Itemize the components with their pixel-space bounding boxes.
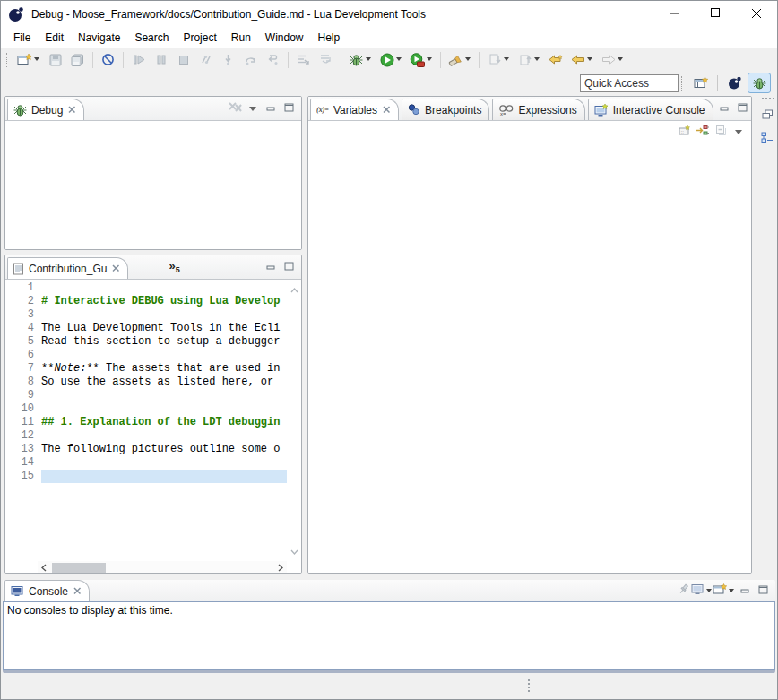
code-line: [41, 429, 287, 443]
code-line: The Lua Development Tools in the Ecli: [41, 322, 287, 335]
toolbar-separator: [440, 52, 441, 68]
menu-project[interactable]: Project: [176, 30, 223, 46]
dropdown-caret-icon[interactable]: [618, 57, 624, 62]
dropdown-caret-icon[interactable]: [534, 57, 540, 62]
last-edit-location-button[interactable]: [545, 49, 566, 71]
tab-breakpoints[interactable]: Breakpoints: [402, 99, 489, 120]
minimized-views-strip: [758, 94, 776, 573]
run-button[interactable]: [376, 49, 405, 71]
editor-minimize-button[interactable]: [262, 259, 280, 275]
line-number: 15: [5, 470, 34, 483]
editor-content[interactable]: 123456789101112131415 # Interactive DEBU…: [5, 280, 301, 574]
close-tab-icon[interactable]: [383, 106, 391, 114]
code-text-area[interactable]: # Interactive DEBUG using Lua DevelopThe…: [41, 281, 287, 560]
tab-debug[interactable]: Debug: [7, 99, 84, 120]
save-all-icon: [70, 52, 85, 67]
console-minimize-button[interactable]: [736, 583, 754, 599]
editor-buttons: [262, 259, 301, 275]
line-number: 6: [5, 349, 34, 362]
line-number: 7: [5, 362, 34, 376]
show-logical-structures-icon: [696, 125, 710, 139]
window-maximize-button[interactable]: [695, 1, 736, 28]
external-tools-button[interactable]: [407, 49, 436, 71]
suspend-button: [151, 49, 171, 71]
console-maximize-button[interactable]: [754, 583, 772, 599]
maximize-icon: [711, 8, 721, 21]
debug-perspective-button[interactable]: [748, 73, 771, 93]
tab-interactive-console[interactable]: Interactive Console: [588, 99, 713, 120]
dropdown-caret-icon[interactable]: [587, 57, 593, 62]
code-line: [41, 281, 287, 295]
search-button[interactable]: [445, 49, 474, 71]
dropdown-caret-icon[interactable]: [465, 57, 471, 62]
application-window: Debug - Moose_Framework/docs/Contributio…: [0, 0, 778, 700]
scroll-right-icon[interactable]: [278, 564, 283, 572]
menu-edit[interactable]: Edit: [38, 30, 71, 46]
scroll-up-icon[interactable]: [290, 283, 298, 296]
scrollbar-thumb[interactable]: [52, 563, 106, 573]
back-button[interactable]: [567, 49, 596, 71]
outline-view-button[interactable]: [759, 130, 775, 148]
hidden-editors-button[interactable]: »5: [169, 260, 179, 274]
variables-maximize-button[interactable]: [734, 100, 752, 117]
bug-icon: [753, 77, 766, 90]
new-wizard-button[interactable]: [14, 49, 43, 71]
scroll-down-icon[interactable]: [290, 545, 298, 557]
skip-all-breakpoints-button[interactable]: [98, 49, 118, 71]
line-number-ruler: 123456789101112131415: [5, 281, 34, 560]
save-button: [45, 49, 65, 71]
menu-navigate[interactable]: Navigate: [71, 30, 127, 46]
step-return-icon: [265, 52, 281, 67]
close-tab-icon[interactable]: [112, 264, 120, 272]
editor-maximize-button[interactable]: [280, 259, 298, 275]
open-perspective-button[interactable]: [689, 73, 713, 93]
tab-console[interactable]: Console: [4, 580, 90, 601]
line-number: 4: [5, 322, 34, 335]
tab-expressions[interactable]: x=Expressions: [492, 99, 584, 120]
close-tab-icon[interactable]: [73, 587, 82, 595]
dropdown-caret-icon[interactable]: [34, 57, 40, 62]
menu-help[interactable]: Help: [311, 30, 348, 46]
menu-run[interactable]: Run: [224, 30, 258, 46]
menu-window[interactable]: Window: [258, 30, 311, 46]
menu-search[interactable]: Search: [127, 30, 176, 46]
editor-horizontal-scrollbar[interactable]: [38, 561, 287, 574]
editor-vertical-scrollbar[interactable]: [289, 281, 300, 560]
statusbar-drag-handle[interactable]: [528, 679, 530, 681]
dropdown-caret-icon[interactable]: [366, 57, 372, 62]
variables-view-menu-button[interactable]: [730, 124, 748, 140]
line-number: 13: [5, 443, 34, 456]
display-selected-console-button[interactable]: [693, 583, 711, 599]
restore-view-button[interactable]: [759, 107, 775, 125]
debug-view-menu-button[interactable]: [244, 100, 262, 117]
dropdown-caret-icon[interactable]: [396, 57, 402, 62]
window-minimize-button[interactable]: [653, 1, 695, 28]
code-line: # Interactive DEBUG using Lua Develop: [41, 295, 287, 308]
window-close-button[interactable]: [736, 1, 777, 28]
bug-icon: [13, 104, 27, 117]
tab-variables[interactable]: (x)=Variables: [310, 99, 399, 120]
quick-access-input[interactable]: [580, 74, 679, 92]
tab-contribution-guide[interactable]: Contribution_Gu: [7, 257, 128, 279]
strip-drag-handle[interactable]: [762, 98, 764, 99]
debug-button[interactable]: [346, 49, 375, 71]
minimize-icon: [720, 102, 730, 115]
dropdown-caret-icon[interactable]: [504, 57, 510, 62]
console-bottom-sash[interactable]: [3, 670, 775, 673]
show-logical-structures-button[interactable]: [694, 124, 712, 140]
window-controls: [653, 1, 777, 28]
menu-file[interactable]: File: [6, 30, 38, 46]
debug-minimize-button[interactable]: [262, 100, 280, 117]
dropdown-caret-icon[interactable]: [427, 57, 433, 62]
terminate-icon: [176, 52, 191, 67]
scroll-left-icon[interactable]: [41, 564, 47, 572]
variables-view-buttons: [716, 100, 752, 117]
close-tab-icon[interactable]: [68, 106, 76, 114]
lua-perspective-button[interactable]: [722, 73, 746, 93]
open-console-button[interactable]: [711, 583, 736, 599]
file-icon: [13, 263, 24, 275]
debug-maximize-button[interactable]: [280, 100, 298, 117]
collapse-all-icon: [715, 125, 727, 139]
step-return-button: [263, 49, 283, 71]
variables-minimize-button[interactable]: [716, 100, 734, 117]
